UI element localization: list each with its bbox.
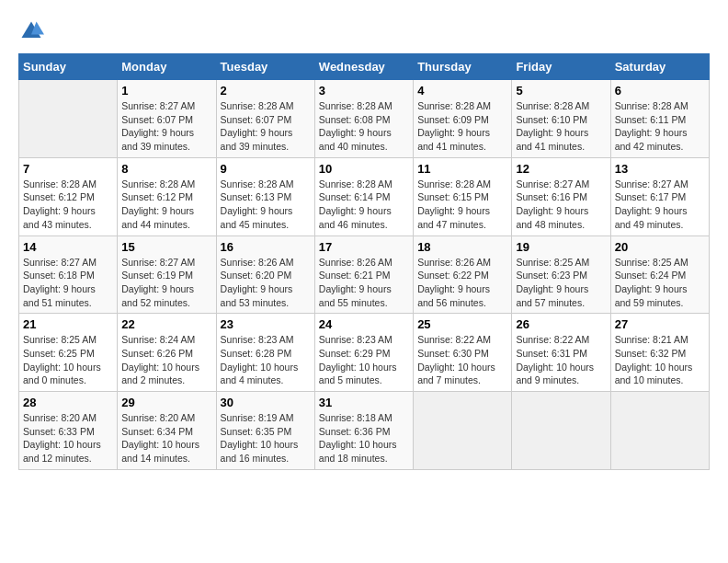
calendar-cell: 13Sunrise: 8:27 AMSunset: 6:17 PMDayligh… xyxy=(610,157,709,236)
day-number: 4 xyxy=(417,84,507,98)
calendar-cell: 28Sunrise: 8:20 AMSunset: 6:33 PMDayligh… xyxy=(19,392,118,470)
day-number: 13 xyxy=(615,162,705,176)
calendar-cell: 16Sunrise: 8:26 AMSunset: 6:20 PMDayligh… xyxy=(216,236,314,314)
day-number: 18 xyxy=(417,240,507,254)
calendar-cell: 29Sunrise: 8:20 AMSunset: 6:34 PMDayligh… xyxy=(118,392,216,470)
day-number: 21 xyxy=(23,317,113,331)
calendar-cell: 14Sunrise: 8:27 AMSunset: 6:18 PMDayligh… xyxy=(19,236,118,314)
calendar-cell: 25Sunrise: 8:22 AMSunset: 6:30 PMDayligh… xyxy=(414,314,512,392)
day-info: Sunrise: 8:25 AMSunset: 6:25 PMDaylight:… xyxy=(23,333,113,387)
calendar-cell: 12Sunrise: 8:27 AMSunset: 6:16 PMDayligh… xyxy=(512,157,610,236)
calendar-cell: 3Sunrise: 8:28 AMSunset: 6:08 PMDaylight… xyxy=(314,80,413,158)
logo-icon xyxy=(18,18,44,44)
day-number: 20 xyxy=(615,240,705,254)
day-number: 8 xyxy=(121,162,211,176)
day-info: Sunrise: 8:24 AMSunset: 6:26 PMDaylight:… xyxy=(121,333,211,387)
day-info: Sunrise: 8:18 AMSunset: 6:36 PMDaylight:… xyxy=(319,411,409,465)
calendar-cell: 19Sunrise: 8:25 AMSunset: 6:23 PMDayligh… xyxy=(512,236,610,314)
calendar-cell: 30Sunrise: 8:19 AMSunset: 6:35 PMDayligh… xyxy=(216,392,314,470)
calendar-week-5: 28Sunrise: 8:20 AMSunset: 6:33 PMDayligh… xyxy=(19,392,710,470)
calendar-cell xyxy=(610,392,709,470)
column-header-tuesday: Tuesday xyxy=(216,54,314,80)
day-info: Sunrise: 8:19 AMSunset: 6:35 PMDaylight:… xyxy=(221,411,311,465)
calendar-cell: 27Sunrise: 8:21 AMSunset: 6:32 PMDayligh… xyxy=(610,314,709,392)
day-info: Sunrise: 8:25 AMSunset: 6:24 PMDaylight:… xyxy=(615,256,705,310)
calendar-cell: 10Sunrise: 8:28 AMSunset: 6:14 PMDayligh… xyxy=(314,157,413,236)
day-info: Sunrise: 8:22 AMSunset: 6:31 PMDaylight:… xyxy=(516,333,606,387)
column-header-wednesday: Wednesday xyxy=(314,54,413,80)
day-number: 2 xyxy=(221,84,311,98)
day-number: 31 xyxy=(319,396,409,409)
day-number: 28 xyxy=(23,396,113,409)
day-info: Sunrise: 8:21 AMSunset: 6:32 PMDaylight:… xyxy=(615,333,705,387)
day-number: 6 xyxy=(615,84,705,98)
calendar-cell: 8Sunrise: 8:28 AMSunset: 6:12 PMDaylight… xyxy=(118,157,216,236)
day-info: Sunrise: 8:27 AMSunset: 6:17 PMDaylight:… xyxy=(615,178,705,232)
calendar-header-row: SundayMondayTuesdayWednesdayThursdayFrid… xyxy=(19,54,710,80)
calendar-cell: 23Sunrise: 8:23 AMSunset: 6:28 PMDayligh… xyxy=(216,314,314,392)
day-info: Sunrise: 8:28 AMSunset: 6:07 PMDaylight:… xyxy=(221,99,311,154)
day-number: 29 xyxy=(121,396,211,409)
day-number: 17 xyxy=(319,240,409,254)
day-number: 12 xyxy=(516,162,606,176)
logo xyxy=(18,18,48,44)
day-info: Sunrise: 8:26 AMSunset: 6:20 PMDaylight:… xyxy=(221,256,311,310)
day-info: Sunrise: 8:28 AMSunset: 6:12 PMDaylight:… xyxy=(23,178,113,232)
calendar-week-1: 1Sunrise: 8:27 AMSunset: 6:07 PMDaylight… xyxy=(19,80,710,158)
calendar-cell: 24Sunrise: 8:23 AMSunset: 6:29 PMDayligh… xyxy=(314,314,413,392)
day-info: Sunrise: 8:23 AMSunset: 6:29 PMDaylight:… xyxy=(319,333,409,387)
calendar-cell xyxy=(19,80,118,158)
day-info: Sunrise: 8:22 AMSunset: 6:30 PMDaylight:… xyxy=(417,333,507,387)
day-info: Sunrise: 8:27 AMSunset: 6:07 PMDaylight:… xyxy=(121,99,211,154)
column-header-thursday: Thursday xyxy=(414,54,512,80)
day-number: 10 xyxy=(319,162,409,176)
day-info: Sunrise: 8:28 AMSunset: 6:14 PMDaylight:… xyxy=(319,178,409,232)
day-number: 24 xyxy=(319,317,409,331)
calendar-cell: 5Sunrise: 8:28 AMSunset: 6:10 PMDaylight… xyxy=(512,80,610,158)
calendar-cell: 2Sunrise: 8:28 AMSunset: 6:07 PMDaylight… xyxy=(216,80,314,158)
day-number: 15 xyxy=(121,240,211,254)
day-info: Sunrise: 8:28 AMSunset: 6:13 PMDaylight:… xyxy=(221,178,311,232)
calendar-week-4: 21Sunrise: 8:25 AMSunset: 6:25 PMDayligh… xyxy=(19,314,710,392)
day-number: 16 xyxy=(221,240,311,254)
calendar-cell: 15Sunrise: 8:27 AMSunset: 6:19 PMDayligh… xyxy=(118,236,216,314)
calendar-cell: 18Sunrise: 8:26 AMSunset: 6:22 PMDayligh… xyxy=(414,236,512,314)
calendar-cell: 6Sunrise: 8:28 AMSunset: 6:11 PMDaylight… xyxy=(610,80,709,158)
calendar-table: SundayMondayTuesdayWednesdayThursdayFrid… xyxy=(18,53,710,470)
calendar-cell: 9Sunrise: 8:28 AMSunset: 6:13 PMDaylight… xyxy=(216,157,314,236)
day-info: Sunrise: 8:28 AMSunset: 6:10 PMDaylight:… xyxy=(516,99,606,154)
day-info: Sunrise: 8:28 AMSunset: 6:12 PMDaylight:… xyxy=(121,178,211,232)
calendar-cell: 17Sunrise: 8:26 AMSunset: 6:21 PMDayligh… xyxy=(314,236,413,314)
calendar-cell xyxy=(414,392,512,470)
day-info: Sunrise: 8:26 AMSunset: 6:21 PMDaylight:… xyxy=(319,256,409,310)
calendar-cell: 1Sunrise: 8:27 AMSunset: 6:07 PMDaylight… xyxy=(118,80,216,158)
calendar-cell: 4Sunrise: 8:28 AMSunset: 6:09 PMDaylight… xyxy=(414,80,512,158)
calendar-cell xyxy=(512,392,610,470)
page-header xyxy=(18,18,710,44)
calendar-week-2: 7Sunrise: 8:28 AMSunset: 6:12 PMDaylight… xyxy=(19,157,710,236)
day-number: 3 xyxy=(319,84,409,98)
calendar-cell: 31Sunrise: 8:18 AMSunset: 6:36 PMDayligh… xyxy=(314,392,413,470)
day-info: Sunrise: 8:27 AMSunset: 6:19 PMDaylight:… xyxy=(121,256,211,310)
day-number: 1 xyxy=(121,84,211,98)
day-info: Sunrise: 8:20 AMSunset: 6:34 PMDaylight:… xyxy=(121,411,211,465)
day-number: 23 xyxy=(221,317,311,331)
day-number: 9 xyxy=(221,162,311,176)
day-info: Sunrise: 8:20 AMSunset: 6:33 PMDaylight:… xyxy=(23,411,113,465)
day-number: 7 xyxy=(23,162,113,176)
calendar-cell: 7Sunrise: 8:28 AMSunset: 6:12 PMDaylight… xyxy=(19,157,118,236)
calendar-cell: 26Sunrise: 8:22 AMSunset: 6:31 PMDayligh… xyxy=(512,314,610,392)
calendar-cell: 21Sunrise: 8:25 AMSunset: 6:25 PMDayligh… xyxy=(19,314,118,392)
day-info: Sunrise: 8:27 AMSunset: 6:18 PMDaylight:… xyxy=(23,256,113,310)
column-header-monday: Monday xyxy=(118,54,216,80)
day-info: Sunrise: 8:28 AMSunset: 6:15 PMDaylight:… xyxy=(417,178,507,232)
day-info: Sunrise: 8:23 AMSunset: 6:28 PMDaylight:… xyxy=(221,333,311,387)
day-number: 5 xyxy=(516,84,606,98)
day-number: 25 xyxy=(417,317,507,331)
calendar-cell: 11Sunrise: 8:28 AMSunset: 6:15 PMDayligh… xyxy=(414,157,512,236)
day-info: Sunrise: 8:25 AMSunset: 6:23 PMDaylight:… xyxy=(516,256,606,310)
day-number: 11 xyxy=(417,162,507,176)
day-info: Sunrise: 8:28 AMSunset: 6:09 PMDaylight:… xyxy=(417,99,507,154)
day-number: 22 xyxy=(121,317,211,331)
calendar-week-3: 14Sunrise: 8:27 AMSunset: 6:18 PMDayligh… xyxy=(19,236,710,314)
